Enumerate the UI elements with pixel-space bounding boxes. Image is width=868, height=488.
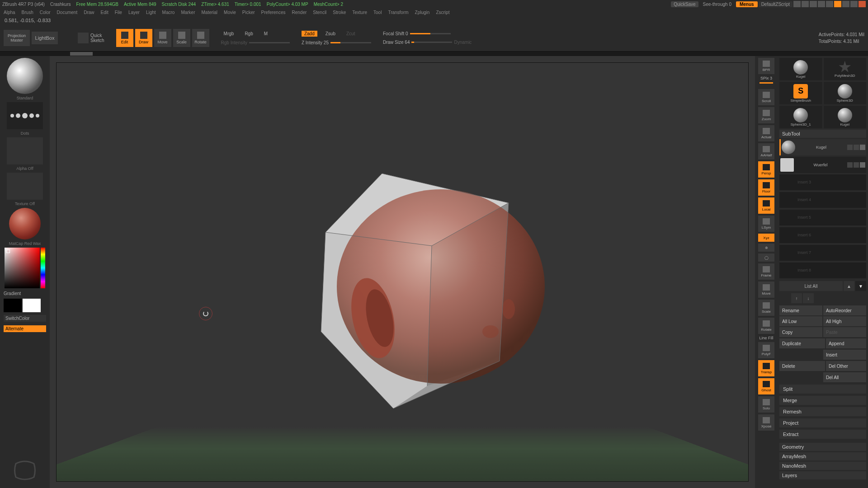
menus-button[interactable]: Menus bbox=[736, 1, 758, 7]
swatch-secondary[interactable] bbox=[4, 299, 22, 312]
xpose-button[interactable]: Xpose bbox=[758, 414, 774, 431]
scale-mode-button[interactable]: Scale bbox=[173, 29, 190, 47]
quicksave-button[interactable]: QuickSave bbox=[671, 1, 698, 7]
menu-tool[interactable]: Tool bbox=[373, 10, 382, 15]
tool-kugel-2[interactable]: Kugel bbox=[824, 106, 867, 128]
menu-picker[interactable]: Picker bbox=[242, 10, 255, 15]
menu-texture[interactable]: Texture bbox=[352, 10, 367, 15]
subtool-slot-3[interactable]: Insert 3 bbox=[779, 174, 866, 191]
save-layout-icon[interactable] bbox=[818, 1, 825, 7]
zsub-button[interactable]: Zsub bbox=[323, 31, 338, 37]
autoreorder-button[interactable]: AutoReorder bbox=[823, 305, 866, 315]
move-mode-button[interactable]: Move bbox=[154, 29, 171, 47]
menu-zplugin[interactable]: Zplugin bbox=[415, 10, 430, 15]
material-selector[interactable] bbox=[9, 208, 41, 239]
minimize-icon[interactable] bbox=[842, 1, 849, 7]
actual-button[interactable]: Actual bbox=[758, 125, 774, 141]
scale-view-button[interactable]: Scale bbox=[758, 300, 774, 316]
arrow-down-icon[interactable]: ↓ bbox=[803, 293, 814, 303]
focal-shift-slider[interactable] bbox=[410, 33, 451, 34]
tool-simplebrush[interactable]: SSimpleBrush bbox=[779, 82, 822, 104]
switch-color-button[interactable]: SwitchColor bbox=[4, 315, 46, 322]
default-zscript-button[interactable]: DefaultZScript bbox=[759, 1, 793, 7]
split-section[interactable]: Split bbox=[779, 385, 866, 394]
center-button[interactable]: ⊕ bbox=[758, 244, 774, 252]
subtool-slot-6[interactable]: Insert 6 bbox=[779, 227, 866, 244]
zoom-button[interactable]: Zoom bbox=[758, 107, 774, 123]
layout-icon[interactable] bbox=[802, 1, 809, 7]
menu-stroke[interactable]: Stroke bbox=[333, 10, 346, 15]
rotate-mode-button[interactable]: Rotate bbox=[192, 29, 209, 47]
duplicate-button[interactable]: Duplicate bbox=[779, 338, 825, 348]
subtool-header[interactable]: SubTool bbox=[779, 130, 866, 138]
zcut-button[interactable]: Zcut bbox=[344, 31, 358, 37]
delete-button[interactable]: Delete bbox=[779, 361, 825, 371]
alternate-button[interactable]: Alternate bbox=[4, 325, 46, 332]
eye-icon[interactable] bbox=[860, 162, 865, 168]
horizontal-scrollbar[interactable] bbox=[0, 52, 868, 56]
copy-button[interactable]: Copy bbox=[779, 327, 822, 337]
nanomesh-header[interactable]: NanoMesh bbox=[779, 462, 866, 470]
subdiv-icon[interactable] bbox=[854, 145, 859, 150]
rotate-view-button[interactable]: Rotate bbox=[758, 318, 774, 334]
del-other-button[interactable]: Del Other bbox=[826, 361, 866, 371]
arraymesh-header[interactable]: ArrayMesh bbox=[779, 452, 866, 460]
layout2-icon[interactable] bbox=[810, 1, 817, 7]
zadd-button[interactable]: Zadd bbox=[302, 31, 317, 37]
menu-document[interactable]: Document bbox=[57, 10, 78, 15]
append-button[interactable]: Append bbox=[826, 338, 866, 348]
subtool-kugel[interactable]: Kugel bbox=[779, 139, 866, 155]
polyf-button[interactable]: PolyF bbox=[758, 342, 774, 358]
spix-slider[interactable]: SPix 3 bbox=[760, 76, 772, 80]
local-button[interactable]: Local bbox=[758, 197, 774, 214]
eye-icon[interactable] bbox=[860, 145, 865, 150]
menu-transform[interactable]: Transform bbox=[388, 10, 408, 15]
remesh-section[interactable]: Remesh bbox=[779, 407, 866, 416]
geometry-header[interactable]: Geometry bbox=[779, 443, 866, 451]
m-button[interactable]: M bbox=[261, 31, 270, 37]
subtool-slot-7[interactable]: Insert 7 bbox=[779, 245, 866, 261]
insert-button[interactable]: Insert bbox=[823, 350, 866, 360]
menu-preferences[interactable]: Preferences bbox=[261, 10, 286, 15]
bpr-button[interactable]: BPR bbox=[758, 58, 774, 74]
swatch-primary[interactable] bbox=[23, 299, 41, 312]
rgb-intensity-slider[interactable] bbox=[249, 42, 290, 43]
subtool-wuerfel[interactable]: Wuerfel bbox=[779, 157, 866, 173]
tool-polymesh3d[interactable]: PolyMesh3D bbox=[824, 58, 867, 80]
help-icon[interactable] bbox=[834, 1, 841, 7]
draw-size-slider[interactable] bbox=[411, 42, 452, 43]
frame-button[interactable]: Frame bbox=[758, 263, 774, 280]
maximize-icon[interactable] bbox=[850, 1, 858, 7]
subtool-slot-8[interactable]: Insert 8 bbox=[779, 263, 866, 279]
tool-kugel[interactable]: Kugel bbox=[779, 58, 822, 80]
aahalf-button[interactable]: AAHalf bbox=[758, 143, 774, 160]
menu-light[interactable]: Light bbox=[146, 10, 156, 15]
all-high-button[interactable]: All High bbox=[823, 316, 866, 326]
close-icon[interactable] bbox=[859, 1, 866, 7]
paste-button[interactable]: Paste bbox=[823, 327, 866, 337]
subtool-slot-5[interactable]: Insert 5 bbox=[779, 210, 866, 226]
home-icon[interactable] bbox=[793, 1, 801, 7]
brush-selector[interactable] bbox=[7, 58, 43, 94]
edit-mode-button[interactable]: Edit bbox=[116, 29, 133, 47]
draw-mode-button[interactable]: Draw bbox=[135, 29, 152, 47]
projection-master-button[interactable]: Projection Master bbox=[4, 30, 30, 46]
menu-marker[interactable]: Marker bbox=[181, 10, 195, 15]
floor-button[interactable]: Floor bbox=[758, 179, 774, 196]
extract-section[interactable]: Extract bbox=[779, 430, 866, 439]
rename-button[interactable]: Rename bbox=[779, 305, 822, 315]
menu-layer[interactable]: Layer bbox=[128, 10, 140, 15]
menu-brush[interactable]: Brush bbox=[22, 10, 33, 15]
move-up-button[interactable]: ▲ bbox=[844, 281, 854, 291]
alpha-selector[interactable] bbox=[7, 137, 43, 164]
menu-stencil[interactable]: Stencil bbox=[313, 10, 326, 15]
z-intensity-slider[interactable] bbox=[330, 42, 371, 43]
dynamic-label[interactable]: Dynamic bbox=[454, 40, 472, 45]
project-section[interactable]: Project bbox=[779, 418, 866, 427]
del-all-button[interactable]: Del All bbox=[823, 372, 866, 382]
transp-button[interactable]: Transp bbox=[758, 360, 774, 376]
menu-render[interactable]: Render bbox=[292, 10, 307, 15]
polypaint-icon[interactable] bbox=[847, 145, 853, 150]
menu-alpha[interactable]: Alpha bbox=[4, 10, 15, 15]
solo-button[interactable]: Solo bbox=[758, 396, 774, 413]
